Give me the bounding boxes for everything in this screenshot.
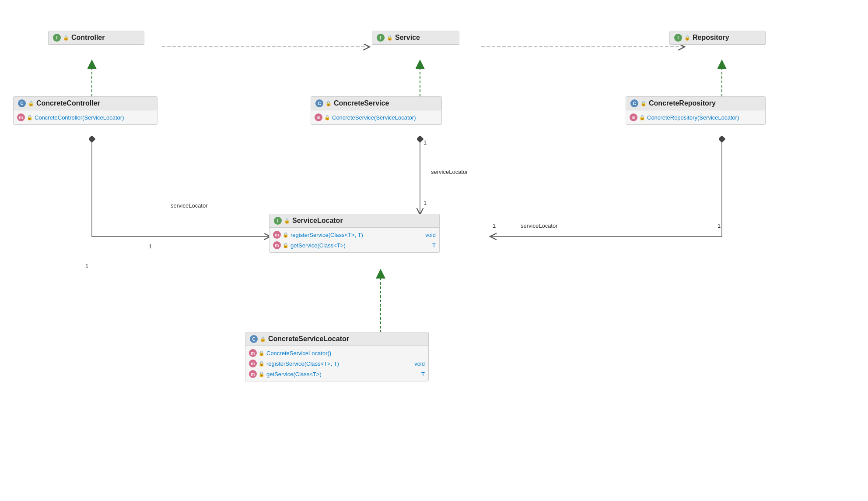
interface-badge-controller: I xyxy=(53,34,61,42)
method-lock-cc1: 🔒 xyxy=(27,115,33,120)
service-locator-box: I 🔒 ServiceLocator m 🔒 registerService(C… xyxy=(269,214,440,253)
method-badge-csl2: m xyxy=(249,360,257,367)
cs-method-1-name: ConcreteService(ServiceLocator) xyxy=(332,114,416,121)
csl-method-3-name: getService(Class<T>) xyxy=(266,371,322,378)
cs-method-1: m 🔒 ConcreteService(ServiceLocator) xyxy=(315,112,438,123)
sl-method-2-name: getService(Class<T>) xyxy=(290,242,346,249)
service-locator-body: m 🔒 registerService(Class<T>, T) void m … xyxy=(270,228,439,252)
method-badge-cc1: m xyxy=(17,113,25,121)
concrete-controller-header: C 🔒 ConcreteController xyxy=(14,97,157,110)
interface-badge-repository: I xyxy=(674,34,682,42)
lock-icon-sl: 🔒 xyxy=(284,218,290,224)
sl-method-1-name: registerService(Class<T>, T) xyxy=(290,232,363,238)
lock-icon-service: 🔒 xyxy=(387,35,393,41)
service-locator-header: I 🔒 ServiceLocator xyxy=(270,214,439,228)
cc-method-1: m 🔒 ConcreteController(ServiceLocator) xyxy=(17,112,154,123)
concrete-repository-body: m 🔒 ConcreteRepository(ServiceLocator) xyxy=(626,110,765,124)
diagram-container: Service (dependency usage) --> Repositor… xyxy=(0,0,868,501)
lock-icon-cs: 🔒 xyxy=(326,101,332,106)
method-lock-sl1: 🔒 xyxy=(283,232,289,238)
controller-interface-name: Controller xyxy=(71,34,105,42)
repository-interface-header: I 🔒 Repository xyxy=(670,31,765,45)
class-badge-cr: C xyxy=(630,99,638,107)
cr-method-1: m 🔒 ConcreteRepository(ServiceLocator) xyxy=(630,112,762,123)
csl-method-2-return: void xyxy=(410,360,425,367)
concrete-service-locator-header: C 🔒 ConcreteServiceLocator xyxy=(245,332,428,346)
method-lock-csl3: 🔒 xyxy=(259,371,265,377)
method-badge-cr1: m xyxy=(630,113,637,121)
repository-interface-box: I 🔒 Repository xyxy=(669,31,766,45)
class-badge-cs: C xyxy=(315,99,323,107)
label-servicelocator-cs: serviceLocator xyxy=(431,169,468,175)
label-servicelocator-cr: serviceLocator xyxy=(521,222,558,229)
interface-badge-sl: I xyxy=(274,217,282,225)
method-lock-cs1: 🔒 xyxy=(324,115,330,120)
concrete-service-name: ConcreteService xyxy=(334,99,389,107)
concrete-service-locator-body: m 🔒 ConcreteServiceLocator() m 🔒 registe… xyxy=(245,346,428,381)
concrete-service-body: m 🔒 ConcreteService(ServiceLocator) xyxy=(311,110,441,124)
mult-cs-bottom: 1 xyxy=(424,200,427,206)
label-servicelocator-cc: serviceLocator xyxy=(171,202,208,209)
concrete-repository-name: ConcreteRepository xyxy=(649,99,716,107)
concrete-controller-name: ConcreteController xyxy=(36,99,100,107)
class-badge-cc: C xyxy=(18,99,26,107)
cc-method-1-name: ConcreteController(ServiceLocator) xyxy=(35,114,124,121)
lock-icon-csl: 🔒 xyxy=(260,336,266,342)
mult-cc-left: 1 xyxy=(85,263,88,269)
csl-method-2: m 🔒 registerService(Class<T>, T) void xyxy=(249,358,425,369)
method-lock-csl2: 🔒 xyxy=(259,361,265,367)
controller-interface-box: I 🔒 Controller xyxy=(48,31,144,45)
concrete-repository-box: C 🔒 ConcreteRepository m 🔒 ConcreteRepos… xyxy=(626,96,766,125)
mult-cr-right: 1 xyxy=(718,222,721,229)
csl-method-3-return: T xyxy=(417,371,425,378)
service-interface-box: I 🔒 Service xyxy=(372,31,459,45)
repository-interface-name: Repository xyxy=(693,34,729,42)
concrete-controller-box: C 🔒 ConcreteController m 🔒 ConcreteContr… xyxy=(13,96,158,125)
service-interface-header: I 🔒 Service xyxy=(372,31,459,45)
csl-method-3: m 🔒 getService(Class<T>) T xyxy=(249,369,425,379)
method-lock-cr1: 🔒 xyxy=(639,115,645,120)
csl-method-1-name: ConcreteServiceLocator() xyxy=(266,350,331,356)
csl-method-1: m 🔒 ConcreteServiceLocator() xyxy=(249,348,425,358)
concrete-repository-header: C 🔒 ConcreteRepository xyxy=(626,97,765,110)
method-lock-csl1: 🔒 xyxy=(259,350,265,356)
sl-method-1: m 🔒 registerService(Class<T>, T) void xyxy=(273,229,436,240)
service-interface-name: Service xyxy=(395,34,420,42)
service-locator-name: ServiceLocator xyxy=(292,217,343,225)
cr-method-1-name: ConcreteRepository(ServiceLocator) xyxy=(647,114,739,121)
method-badge-sl2: m xyxy=(273,241,281,249)
concrete-controller-body: m 🔒 ConcreteController(ServiceLocator) xyxy=(14,110,157,124)
concrete-service-box: C 🔒 ConcreteService m 🔒 ConcreteService(… xyxy=(311,96,442,125)
concrete-service-locator-name: ConcreteServiceLocator xyxy=(268,335,349,343)
lock-icon-repository: 🔒 xyxy=(684,35,690,41)
lock-icon-cc: 🔒 xyxy=(28,101,34,106)
mult-cr-sl: 1 xyxy=(493,222,496,229)
sl-method-2: m 🔒 getService(Class<T>) T xyxy=(273,240,436,250)
method-badge-sl1: m xyxy=(273,231,281,239)
class-badge-csl: C xyxy=(250,335,258,343)
interface-badge-service: I xyxy=(377,34,385,42)
method-badge-csl3: m xyxy=(249,370,257,378)
mult-cc-bottom: 1 xyxy=(149,243,152,250)
concrete-service-locator-box: C 🔒 ConcreteServiceLocator m 🔒 ConcreteS… xyxy=(245,332,429,381)
csl-method-2-name: registerService(Class<T>, T) xyxy=(266,360,339,367)
concrete-service-header: C 🔒 ConcreteService xyxy=(311,97,441,110)
method-lock-sl2: 🔒 xyxy=(283,243,289,248)
controller-interface-header: I 🔒 Controller xyxy=(49,31,144,45)
lock-icon-cr: 🔒 xyxy=(640,101,647,106)
mult-cs-top: 1 xyxy=(424,139,427,146)
sl-method-1-return: void xyxy=(421,232,436,238)
method-badge-cs1: m xyxy=(315,113,322,121)
method-badge-csl1: m xyxy=(249,349,257,357)
lock-icon-controller: 🔒 xyxy=(63,35,69,41)
sl-method-2-return: T xyxy=(415,242,436,249)
